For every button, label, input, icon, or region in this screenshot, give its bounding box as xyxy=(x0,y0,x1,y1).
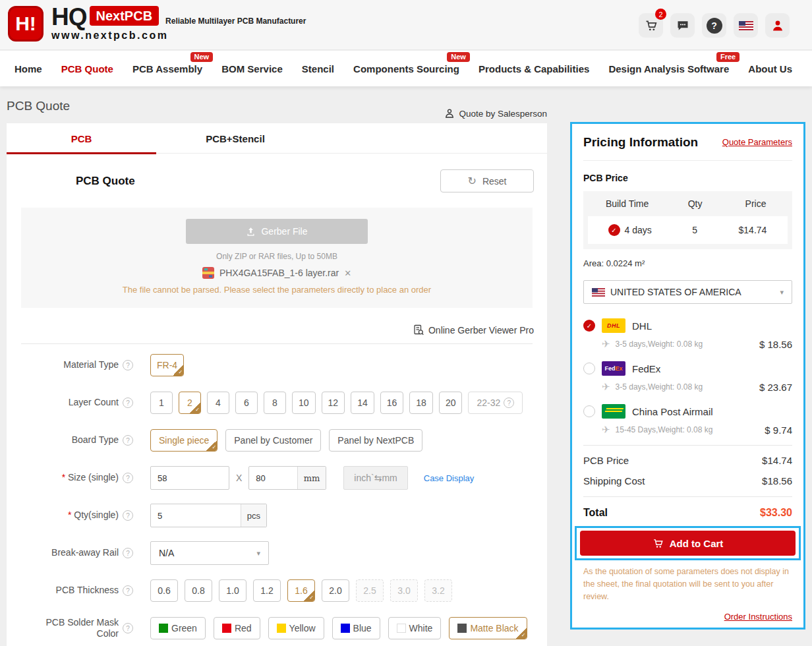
china-post-radio-row[interactable]: China Post Airmail xyxy=(583,401,792,421)
quote-by-salesperson-link[interactable]: Quote by Salesperson xyxy=(444,108,547,119)
inch-mm-toggle[interactable]: inch`⇆mm xyxy=(343,466,407,490)
yellow-swatch xyxy=(277,624,286,633)
thickness-option[interactable]: 0.8 xyxy=(185,579,212,602)
solder-mask-help-icon[interactable] xyxy=(123,623,133,633)
layer-option[interactable]: 20 xyxy=(439,392,463,414)
main-nav: Home PCB Quote PCB Assembly New BOM Serv… xyxy=(0,51,812,86)
chevron-down-icon xyxy=(780,288,784,297)
fedex-radio[interactable] xyxy=(583,363,595,374)
uploaded-file-row: PHX4GA15FAB_1-6 layer.rar xyxy=(202,267,351,279)
material-type-option-fr4[interactable]: FR-4 xyxy=(150,354,184,376)
material-type-label: Material Type xyxy=(63,359,119,371)
fedex-logo-ex: Ex xyxy=(616,365,623,372)
fedex-price: $ 23.67 xyxy=(759,382,792,393)
thickness-option[interactable]: 1.2 xyxy=(253,579,281,602)
mask-color-yellow[interactable]: Yellow xyxy=(268,617,324,639)
nav-item-bom-service[interactable]: BOM Service xyxy=(221,63,283,74)
nav-item-components-sourcing[interactable]: Components Sourcing New xyxy=(353,63,459,74)
user-account-icon[interactable] xyxy=(765,13,790,38)
material-type-help-icon[interactable] xyxy=(123,360,133,370)
mask-color-green[interactable]: Green xyxy=(150,617,206,639)
layer-option[interactable]: 6 xyxy=(235,392,258,414)
layer-option[interactable]: 1 xyxy=(150,392,173,414)
chevron-down-icon xyxy=(256,549,260,558)
nav-item-design-analysis[interactable]: Design Analysis Software Free xyxy=(608,63,729,74)
language-flag-icon[interactable] xyxy=(734,13,758,38)
break-away-select[interactable]: N/A xyxy=(150,541,269,565)
layer-option[interactable]: 18 xyxy=(409,392,433,414)
layer-22-32-help-icon[interactable] xyxy=(504,397,514,408)
col-qty: Qty xyxy=(671,198,719,209)
shipping-option-china-post: China Post Airmail 15-45 Days,Weight: 0.… xyxy=(583,401,792,436)
nav-item-pcb-assembly[interactable]: PCB Assembly New xyxy=(132,63,202,74)
layer-option[interactable]: 14 xyxy=(351,392,374,414)
online-gerber-viewer-link[interactable]: Online Gerber Viewer Pro xyxy=(413,324,534,336)
layer-option[interactable]: 16 xyxy=(380,392,404,414)
order-instructions-link[interactable]: Order Instructions xyxy=(724,612,792,622)
logo[interactable]: H! HQ NextPCB Reliable Multilayer PCB Ma… xyxy=(8,6,306,42)
matte-black-swatch xyxy=(457,624,467,633)
shipping-options: DHL DHL 3-5 days,Weight: 0.08 kg $ 18.56… xyxy=(583,316,792,436)
break-away-help-icon[interactable] xyxy=(123,548,133,558)
layer-option[interactable]: 10 xyxy=(292,392,316,414)
layer-count-help-icon[interactable] xyxy=(123,397,133,408)
size-width-input[interactable] xyxy=(151,467,229,489)
mask-color-label: White xyxy=(409,623,433,633)
blue-swatch xyxy=(341,624,350,633)
tab-pcb[interactable]: PCB xyxy=(7,123,156,154)
layer-option-22-32[interactable]: 22-32 xyxy=(468,392,523,414)
dhl-radio-row[interactable]: DHL DHL xyxy=(583,316,792,336)
add-to-cart-button[interactable]: Add to Cart xyxy=(580,531,796,556)
thickness-option[interactable]: 0.6 xyxy=(150,579,178,602)
quote-parameters-link[interactable]: Quote Parameters xyxy=(722,137,792,147)
thickness-option[interactable]: 1.0 xyxy=(219,579,246,602)
tab-pcb-stencil[interactable]: PCB+Stencil xyxy=(156,123,314,154)
board-type-help-icon[interactable] xyxy=(123,435,133,446)
nav-item-home[interactable]: Home xyxy=(14,63,42,74)
mask-color-red[interactable]: Red xyxy=(214,617,260,639)
layer-option[interactable]: 12 xyxy=(322,392,345,414)
mask-color-white[interactable]: White xyxy=(388,617,442,639)
china-post-radio[interactable] xyxy=(583,405,595,417)
size-height-input[interactable] xyxy=(249,467,297,489)
board-type-panel-customer[interactable]: Panel by Customer xyxy=(225,429,321,452)
thickness-help-icon[interactable] xyxy=(123,585,133,596)
cart-icon[interactable]: 2 xyxy=(639,13,663,38)
board-type-single-piece[interactable]: Single piece xyxy=(150,429,218,452)
chat-icon[interactable] xyxy=(670,13,695,38)
nav-item-about-us[interactable]: About Us xyxy=(748,63,792,74)
price-table-header: Build Time Qty Price xyxy=(583,191,792,216)
gerber-upload-area: Gerber File Only ZIP or RAR files, Up to… xyxy=(21,208,533,308)
country-select[interactable]: UNITED STATES OF AMERICA xyxy=(583,280,792,304)
layer-option-selected[interactable]: 2 xyxy=(179,392,201,414)
mask-color-label: Red xyxy=(235,623,252,633)
remove-file-icon[interactable] xyxy=(344,268,351,278)
price-table-row[interactable]: 4 days 5 $14.74 xyxy=(588,216,788,244)
logo-brand-badge: NextPCB xyxy=(90,6,160,26)
quote-card: PCB PCB+Stencil PCB Quote Reset Gerber F… xyxy=(7,123,547,646)
case-display-link[interactable]: Case Display xyxy=(424,473,475,483)
qty-help-icon[interactable] xyxy=(123,510,133,521)
board-type-panel-nextpcb[interactable]: Panel by NextPCB xyxy=(329,429,422,452)
nav-item-stencil[interactable]: Stencil xyxy=(302,63,334,74)
size-help-icon[interactable] xyxy=(123,473,133,483)
help-icon[interactable] xyxy=(702,13,726,38)
reset-button[interactable]: Reset xyxy=(440,169,534,192)
thickness-option-selected[interactable]: 1.6 xyxy=(287,579,315,602)
green-swatch xyxy=(159,624,168,633)
gerber-viewer-label: Online Gerber Viewer Pro xyxy=(428,325,534,336)
solder-mask-label: PCB Solder Mask Color xyxy=(33,617,119,640)
logo-hq-text: HQ xyxy=(51,6,87,28)
mask-color-matte-black-selected[interactable]: Matte Black xyxy=(449,617,527,639)
layer-option[interactable]: 4 xyxy=(207,392,229,414)
thickness-option[interactable]: 2.0 xyxy=(322,579,349,602)
fedex-radio-row[interactable]: FedEx FedEx xyxy=(583,359,792,378)
mask-color-blue[interactable]: Blue xyxy=(332,617,380,639)
qty-input[interactable] xyxy=(151,504,241,527)
size-label: Size (single) xyxy=(62,472,119,484)
layer-option[interactable]: 8 xyxy=(264,392,286,414)
nav-item-products-capabilities[interactable]: Products & Capabilities xyxy=(478,63,589,74)
gerber-file-upload-button[interactable]: Gerber File xyxy=(186,219,368,244)
add-to-cart-label: Add to Cart xyxy=(670,538,724,549)
nav-item-pcb-quote[interactable]: PCB Quote xyxy=(61,63,113,74)
